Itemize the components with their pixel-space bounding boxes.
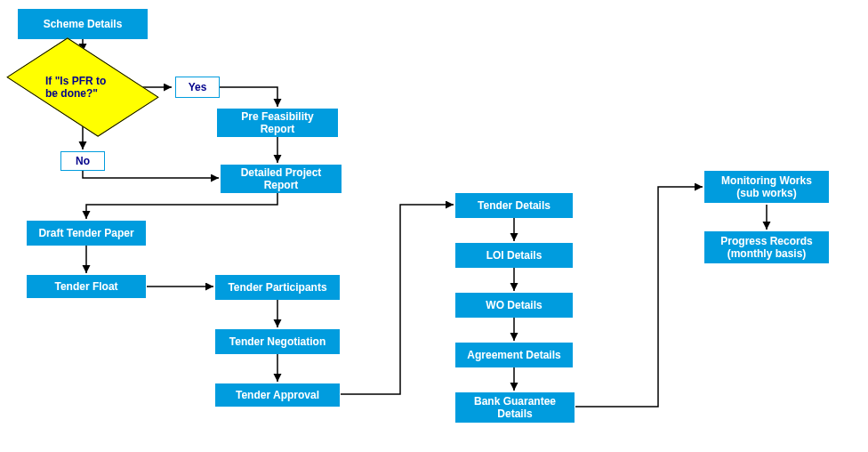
- node-tender-float: Tender Float: [27, 275, 146, 298]
- decision-label: If "Is PFR to be done?": [20, 34, 145, 141]
- node-tender-participants: Tender Participants: [215, 275, 340, 300]
- node-tender-approval: Tender Approval: [215, 383, 340, 407]
- node-draft-tender: Draft Tender Paper: [27, 221, 146, 246]
- node-pre-feasibility: Pre Feasibility Report: [217, 109, 338, 137]
- branch-yes: Yes: [175, 77, 220, 98]
- node-tender-details: Tender Details: [455, 193, 573, 218]
- node-wo-details: WO Details: [455, 293, 573, 318]
- node-loi-details: LOI Details: [455, 243, 573, 268]
- node-bank-guarantee: Bank Guarantee Details: [455, 392, 575, 423]
- node-decision: If "Is PFR to be done?": [20, 34, 145, 141]
- node-agreement-details: Agreement Details: [455, 343, 573, 367]
- node-progress-records: Progress Records (monthly basis): [704, 231, 829, 263]
- node-detailed-project: Detailed Project Report: [221, 165, 342, 193]
- node-monitoring-works: Monitoring Works (sub works): [704, 171, 829, 203]
- branch-no: No: [60, 151, 105, 171]
- node-tender-negotiation: Tender Negotiation: [215, 329, 340, 354]
